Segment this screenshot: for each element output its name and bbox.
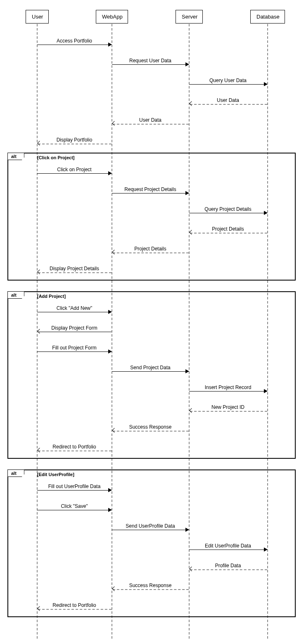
arrow-icon [108, 508, 112, 512]
arrow-icon [108, 42, 112, 47]
arrow-icon [108, 171, 112, 175]
msg-query-project-details-label: Query Project Details [203, 206, 253, 212]
msg-query-project-details [189, 213, 267, 213]
msg-request-project-details-label: Request Project Details [123, 186, 178, 192]
msg-edit-userprofile-label: Edit UserProfile Data [203, 543, 253, 549]
alt-tab: alt [8, 470, 24, 477]
msg-redirect-portfolio-1 [38, 451, 112, 451]
msg-access-portfolio [37, 45, 112, 45]
alt-tab: alt [8, 292, 24, 299]
msg-access-portfolio-label: Access Portfolio [55, 38, 94, 44]
arrow-icon [185, 528, 189, 532]
alt-add-project: alt [Add Project] [7, 291, 296, 459]
alt-label-3: alt [11, 471, 17, 476]
msg-click-save [37, 510, 112, 510]
msg-send-project-data [112, 371, 189, 372]
msg-profile-data-label: Profile Data [214, 563, 243, 569]
msg-request-project-details [112, 193, 189, 193]
msg-click-add-new-label: Click "Add New" [55, 305, 94, 311]
msg-request-user-data-label: Request User Data [128, 58, 173, 64]
arrow-icon [264, 82, 268, 86]
arrow-icon [185, 62, 189, 66]
arrow-icon [264, 547, 268, 552]
actor-database-label: Database [256, 14, 280, 20]
arrow-icon [189, 101, 194, 106]
msg-click-save-label: Click "Save" [59, 503, 89, 509]
msg-redirect-portfolio-1-label: Redirect to Portfolio [51, 444, 97, 450]
alt-tab: alt [8, 153, 24, 160]
alt-cond-3: [Edit UserProfile] [37, 472, 74, 477]
msg-user-data-1 [190, 104, 267, 105]
arrow-icon [264, 211, 268, 215]
msg-fill-userprofile-label: Fill out UserProfile Data [47, 484, 102, 489]
msg-display-portfolio [38, 144, 112, 144]
msg-success-response-2-label: Success Response [128, 583, 173, 588]
alt-cond-2: [Add Project] [37, 294, 66, 299]
arrow-icon [185, 191, 189, 195]
msg-new-project-id [190, 411, 267, 412]
msg-user-data-1-label: User Data [215, 97, 241, 103]
msg-insert-project-record [189, 391, 267, 392]
msg-query-user-data-label: Query User Data [208, 78, 248, 83]
msg-success-response-2 [113, 589, 189, 590]
arrow-icon [108, 349, 112, 354]
msg-send-userprofile [112, 530, 189, 530]
msg-display-project-details-label: Display Project Details [48, 266, 101, 271]
msg-redirect-portfolio-2 [38, 609, 112, 610]
msg-display-project-details [38, 272, 112, 273]
msg-success-response-1-label: Success Response [128, 424, 173, 430]
msg-send-userprofile-label: Send UserProfile Data [124, 523, 176, 529]
msg-fill-project-form [37, 351, 112, 352]
arrow-icon [37, 141, 42, 145]
arrow-icon [264, 389, 268, 393]
msg-display-project-form [38, 332, 112, 332]
msg-success-response-1 [113, 431, 189, 432]
arrow-icon [185, 369, 189, 373]
msg-user-data-2-label: User Data [138, 117, 163, 123]
msg-display-portfolio-label: Display Portfolio [55, 137, 94, 143]
msg-send-project-data-label: Send Project Data [128, 365, 172, 370]
msg-user-data-2 [113, 124, 189, 125]
msg-click-project [37, 173, 112, 174]
msg-edit-userprofile [189, 550, 267, 550]
arrow-icon [108, 310, 112, 314]
alt-label: alt [11, 154, 17, 159]
alt-cond-1: [Click on Project] [37, 155, 74, 160]
msg-query-user-data [189, 84, 267, 85]
msg-insert-project-record-label: Insert Project Record [203, 385, 253, 390]
arrow-icon [108, 488, 112, 492]
actor-user: User [26, 10, 49, 24]
actor-webapp-label: WebApp [102, 14, 123, 20]
actor-server: Server [176, 10, 203, 24]
alt-click-project: alt [Click on Project] [7, 153, 296, 281]
msg-display-project-form-label: Display Project Form [50, 325, 99, 331]
msg-fill-userprofile [37, 490, 112, 491]
actor-webapp: WebApp [96, 10, 128, 24]
msg-new-project-id-label: New Project ID [210, 404, 246, 410]
alt-label-2: alt [11, 293, 17, 297]
msg-project-details-2-label: Project Details [133, 246, 168, 252]
msg-redirect-portfolio-2-label: Redirect to Portfolio [51, 602, 97, 608]
msg-request-user-data [112, 64, 189, 65]
msg-project-details-2 [113, 252, 189, 253]
msg-project-details-1 [190, 233, 267, 234]
actor-server-label: Server [182, 14, 197, 20]
msg-click-project-label: Click on Project [55, 167, 93, 172]
msg-project-details-1-label: Project Details [210, 226, 245, 232]
msg-click-add-new [37, 312, 112, 312]
msg-fill-project-form-label: Fill out Project Form [50, 345, 98, 351]
msg-profile-data [190, 569, 267, 570]
actor-user-label: User [32, 14, 43, 20]
arrow-icon [112, 121, 116, 125]
actor-database: Database [250, 10, 285, 24]
